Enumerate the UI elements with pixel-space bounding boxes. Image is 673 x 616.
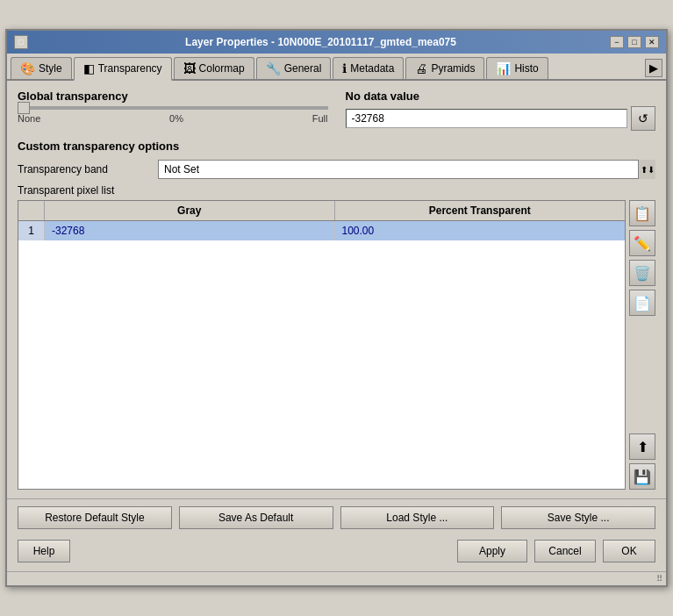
bottom-spacer — [77, 540, 450, 562]
copy-row-icon: 📄 — [634, 295, 651, 312]
more-tabs: ▶ — [645, 57, 662, 79]
import-icon: ⬆ — [637, 439, 648, 455]
apply-button[interactable]: Apply — [457, 540, 527, 562]
transparency-slider[interactable] — [18, 106, 328, 110]
tab-pyramids[interactable]: 🖨 Pyramids — [405, 57, 484, 79]
slider-container — [18, 106, 328, 110]
add-row-icon: 📋 — [634, 205, 651, 222]
remove-row-button[interactable]: 🗑️ — [629, 260, 655, 286]
histo-tab-icon: 📊 — [496, 61, 511, 75]
pixel-list-label: Transparent pixel list — [18, 184, 655, 197]
remove-row-icon: 🗑️ — [634, 265, 651, 282]
table-row[interactable]: 1 -32768 100.00 — [18, 221, 625, 240]
tab-colormap[interactable]: 🖼 Colormap — [174, 57, 254, 79]
tab-pyramids-label: Pyramids — [431, 62, 475, 75]
custom-transparency-section: Custom transparency options Transparency… — [18, 140, 655, 490]
save-as-default-button[interactable]: Save As Default — [179, 506, 333, 529]
tab-transparency[interactable]: ◧ Transparency — [74, 57, 172, 81]
slider-label-percent: 0% — [169, 113, 183, 124]
row-index: 1 — [18, 221, 45, 240]
titlebar-buttons: − □ ✕ — [610, 36, 659, 48]
metadata-tab-icon: ℹ — [342, 61, 347, 75]
tab-histo[interactable]: 📊 Histo — [486, 57, 548, 79]
tab-colormap-label: Colormap — [199, 62, 245, 75]
status-text: ⠿ — [656, 574, 662, 584]
top-sections: Global transparency None 0% Full No data… — [18, 90, 655, 131]
col-percent: Percent Transparent — [335, 201, 626, 220]
ok-button[interactable]: OK — [603, 540, 655, 562]
tab-metadata[interactable]: ℹ Metadata — [333, 57, 404, 79]
status-bar: ⠿ — [7, 571, 666, 585]
tab-style-label: Style — [39, 62, 62, 75]
slider-label-full: Full — [312, 113, 328, 124]
transparency-band-select[interactable]: Not Set Band 1 Band 2 — [158, 160, 655, 179]
table-header: Gray Percent Transparent — [18, 201, 625, 221]
pixel-table-container: Gray Percent Transparent 1 -32768 100.00… — [18, 200, 655, 490]
titlebar: □ Layer Properties - 10N000E_20101117_gm… — [7, 31, 666, 54]
help-button[interactable]: Help — [18, 540, 70, 562]
tab-style[interactable]: 🎨 Style — [11, 57, 72, 79]
no-data-value-label: No data value — [346, 90, 656, 103]
tab-general[interactable]: 🔧 General — [256, 57, 332, 79]
refresh-icon: ↺ — [638, 111, 648, 125]
cancel-button[interactable]: Cancel — [534, 540, 596, 562]
tab-histo-label: Histo — [514, 62, 538, 75]
global-transparency-label: Global transparency — [18, 90, 328, 103]
bottom-button-row2: Help Apply Cancel OK — [7, 534, 666, 571]
no-data-refresh-button[interactable]: ↺ — [631, 106, 655, 131]
restore-button[interactable]: □ — [627, 36, 641, 48]
copy-row-button[interactable]: 📄 — [629, 290, 655, 316]
main-window: □ Layer Properties - 10N000E_20101117_gm… — [5, 29, 668, 587]
transparency-band-combo: Not Set Band 1 Band 2 ⬆⬇ — [158, 160, 655, 179]
export-icon: 💾 — [634, 469, 651, 485]
tab-transparency-label: Transparency — [98, 62, 162, 75]
transparency-tab-icon: ◧ — [83, 61, 95, 75]
button-spacer — [629, 319, 655, 430]
row-percent: 100.00 — [335, 221, 626, 240]
restore-default-style-button[interactable]: Restore Default Style — [18, 506, 172, 529]
export-button[interactable]: 💾 — [629, 463, 655, 490]
edit-row-button[interactable]: ✏️ — [629, 230, 655, 256]
tab-general-label: General — [284, 62, 322, 75]
no-data-value-section: No data value ↺ — [346, 90, 656, 131]
import-button[interactable]: ⬆ — [629, 433, 655, 460]
transparency-band-row: Transparency band Not Set Band 1 Band 2 … — [18, 160, 655, 179]
save-style-button[interactable]: Save Style ... — [501, 506, 655, 529]
minimize-button[interactable]: − — [610, 36, 624, 48]
general-tab-icon: 🔧 — [266, 61, 281, 75]
load-style-button[interactable]: Load Style ... — [340, 506, 495, 529]
pyramids-tab-icon: 🖨 — [415, 61, 427, 75]
bottom-button-row1: Restore Default Style Save As Default Lo… — [7, 498, 666, 534]
window-title: Layer Properties - 10N000E_20101117_gmte… — [32, 36, 610, 48]
edit-row-icon: ✏️ — [634, 235, 651, 252]
col-gray: Gray — [45, 201, 335, 220]
tab-metadata-label: Metadata — [350, 62, 394, 75]
global-transparency-section: Global transparency None 0% Full — [18, 90, 328, 131]
tab-bar: 🎨 Style ◧ Transparency 🖼 Colormap 🔧 Gene… — [7, 54, 666, 81]
add-row-button[interactable]: 📋 — [629, 200, 655, 226]
slider-label-none: None — [18, 113, 40, 124]
colormap-tab-icon: 🖼 — [183, 61, 196, 75]
pixel-table: Gray Percent Transparent 1 -32768 100.00 — [18, 200, 626, 490]
tab-content: Global transparency None 0% Full No data… — [7, 81, 666, 498]
window-icon: □ — [14, 35, 28, 49]
more-tabs-button[interactable]: ▶ — [645, 59, 662, 77]
style-tab-icon: 🎨 — [20, 61, 35, 75]
nodata-row: ↺ — [346, 106, 656, 131]
custom-transparency-label: Custom transparency options — [18, 140, 655, 153]
no-data-input[interactable] — [346, 109, 628, 128]
row-gray: -32768 — [45, 221, 335, 240]
transparency-band-label: Transparency band — [18, 163, 158, 175]
close-button[interactable]: ✕ — [645, 36, 659, 48]
table-action-buttons: 📋 ✏️ 🗑️ 📄 ⬆ 💾 — [629, 200, 655, 490]
col-index — [18, 201, 45, 220]
slider-labels: None 0% Full — [18, 113, 328, 124]
